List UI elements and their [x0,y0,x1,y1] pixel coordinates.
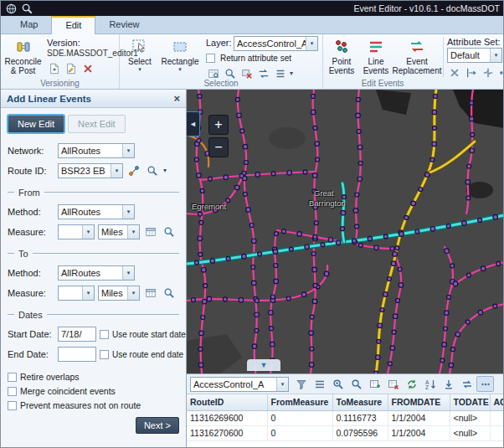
measure-picker-icon[interactable] [143,286,158,301]
merge-coincident-label: Merge coincident events [20,386,116,396]
delete-version-icon[interactable] [80,61,95,75]
map-view[interactable]: Egremont Great Barrington ◄ + − ▼ [187,90,504,373]
use-route-start-checkbox[interactable] [100,330,109,339]
map-canvas[interactable]: Egremont Great Barrington [187,90,504,373]
chevron-down-icon[interactable]: ▾ [163,167,167,174]
attribute-set-combobox[interactable]: Default ▾ [447,48,502,63]
sort-icon[interactable]: AZ [421,376,439,392]
use-route-end-checkbox[interactable] [100,350,109,359]
to-measure-combobox[interactable]: ▾ [58,286,95,301]
from-measure-label: Measure: [8,227,54,237]
delete-events-icon[interactable] [447,65,462,80]
new-edit-button[interactable]: New Edit [8,115,64,133]
from-unit-combobox[interactable]: Miles ▾ [98,224,140,239]
to-method-combobox[interactable]: AllRoutes ▾ [58,265,135,281]
tab-edit[interactable]: Edit [51,16,95,34]
delete-row-icon[interactable] [384,376,402,392]
to-section-label: To [18,249,28,259]
prevent-measures-checkbox[interactable] [8,401,17,410]
globe-icon[interactable] [5,3,18,15]
rectangle-select-button[interactable]: Rectangle ▾ [158,35,202,78]
map-label-barrington: Barrington [309,198,346,208]
tab-map[interactable]: Map [7,17,51,33]
refresh-grid-icon[interactable] [403,376,420,392]
end-date-input[interactable] [58,347,96,362]
start-date-input[interactable] [58,327,96,342]
cell-routeid[interactable]: 11316269600 [187,410,267,425]
chevron-down-icon[interactable]: ▾ [290,70,293,77]
next-edit-button[interactable]: Next Edit [68,115,126,133]
collapse-panel-button[interactable]: ◄ [187,111,200,136]
zoom-out-button[interactable]: − [208,137,229,157]
cell-tomeasure[interactable]: 0.0795596 [332,425,388,440]
retire-overlaps-checkbox[interactable] [8,373,17,382]
column-header-tomeasure[interactable]: ToMeasure [332,394,388,410]
select-label: Select [128,57,152,66]
event-replacement-button[interactable]: Event Replacement [393,35,440,78]
column-header-ac[interactable]: AC [490,394,504,410]
cell-tomeasure[interactable]: 0.1116773 [332,410,388,425]
zoom-to-selection-icon[interactable] [329,376,347,392]
add-row-icon[interactable] [366,376,383,392]
from-method-combobox[interactable]: AllRoutes ▾ [58,204,135,219]
point-events-button[interactable]: Point Events [325,35,358,78]
cell-routeid[interactable]: 11316270600 [187,425,267,440]
collapse-grid-button[interactable]: ▼ [247,359,280,371]
grid-layer-combobox[interactable]: AccessControl_A ▾ [190,377,289,392]
table-row[interactable]: 11316270600 0 0.0795596 1/1/2004 <null> [187,425,504,440]
to-unit-combobox[interactable]: Miles ▾ [98,286,140,301]
route-id-combobox[interactable]: BSR23 EB ▾ [58,163,123,178]
zoom-in-button[interactable]: + [208,115,229,135]
merge-events-icon[interactable] [481,65,496,80]
cell-frommeasure[interactable]: 0 [267,410,332,425]
prevent-measures-label: Prevent measures not on route [20,400,141,410]
next-button[interactable]: Next > [136,417,179,434]
grid-options-icon[interactable] [476,376,494,392]
locate-route-icon[interactable] [145,164,160,178]
divider [443,37,444,77]
use-route-end-label: Use route end date [112,350,183,359]
cell-fromdate[interactable]: 1/1/2004 [388,425,450,440]
new-version-icon[interactable] [47,61,62,75]
split-event-icon[interactable] [464,65,479,80]
network-combobox[interactable]: AllRoutes ▾ [58,143,135,158]
column-header-routeid[interactable]: RouteID [187,394,267,410]
return-attribute-set-checkbox[interactable] [206,54,215,63]
network-label: Network: [8,146,54,156]
fields-menu-icon[interactable] [311,376,328,392]
reconcile-post-button[interactable]: Reconcile & Post [3,35,43,78]
locate-measure-icon[interactable] [162,225,177,239]
cell-ac[interactable] [490,410,504,425]
line-events-button[interactable]: Line Events [360,35,392,78]
close-icon[interactable]: × [173,93,180,104]
tab-review[interactable]: Review [95,17,152,33]
column-header-frommeasure[interactable]: FromMeasure [267,394,332,410]
merge-coincident-checkbox[interactable] [8,387,17,396]
column-header-fromdate[interactable]: FROMDATE [388,394,450,410]
chevron-down-icon: ▾ [490,49,501,62]
cell-fromdate[interactable]: 1/1/2004 [388,410,450,425]
attribute-table: RouteID FromMeasure ToMeasure FROMDATE T… [187,394,504,441]
measure-picker-icon[interactable] [143,225,158,239]
from-measure-combobox[interactable]: ▾ [58,224,95,239]
select-button[interactable]: Select ▾ [124,35,156,78]
choose-route-icon[interactable] [126,164,141,178]
from-method-label: Method: [8,207,54,217]
zoom-tool-icon[interactable] [21,3,33,15]
route-id-label: Route ID: [8,166,54,176]
cell-ac[interactable] [490,425,504,440]
change-version-icon[interactable] [64,61,79,75]
layer-combobox[interactable]: AccessControl_A ▾ [234,36,318,51]
filter-icon[interactable] [292,376,310,392]
swap-columns-icon[interactable] [458,376,476,392]
column-header-todate[interactable]: TODATE [450,394,490,410]
cell-todate[interactable]: <null> [450,425,490,440]
chevron-down-icon: ▾ [122,144,134,157]
pan-to-selection-icon[interactable] [347,376,365,392]
cell-todate[interactable]: <null> [450,410,490,425]
move-row-icon[interactable] [440,376,457,392]
cell-frommeasure[interactable]: 0 [267,425,332,440]
locate-measure-icon[interactable] [162,286,177,301]
table-row[interactable]: 11316269600 0 0.1116773 1/1/2004 <null> [187,410,504,425]
extend-event-icon[interactable] [497,65,504,80]
